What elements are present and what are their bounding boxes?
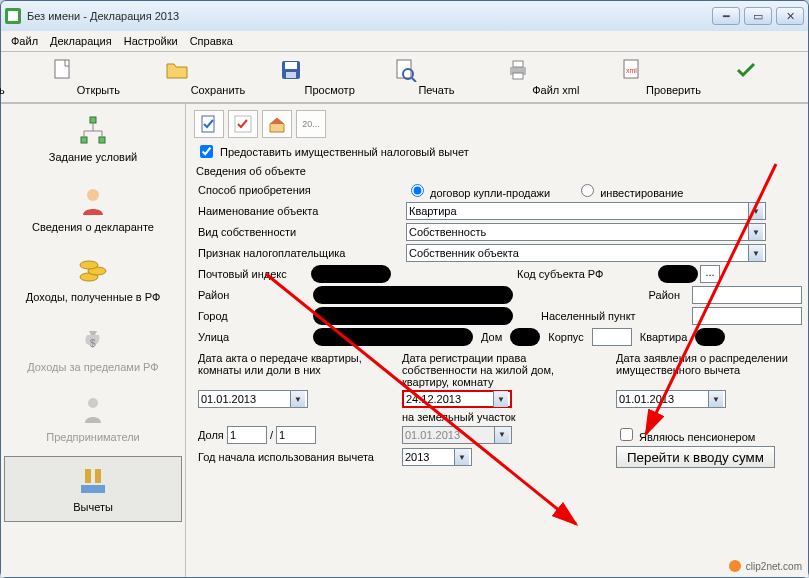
tool-check[interactable]: Проверить — [694, 56, 798, 98]
date2-field[interactable]: 24.12.2013 ▼ — [402, 390, 512, 408]
businessman-icon — [77, 395, 109, 427]
block-field[interactable] — [592, 328, 632, 346]
radio-invest-wrap[interactable]: инвестирование — [576, 181, 683, 199]
new-file-icon — [51, 58, 75, 82]
start-year-label: Год начала использования вычета — [198, 451, 388, 463]
flat-field-redacted[interactable] — [695, 328, 725, 346]
mini-toolbar: 20... — [194, 110, 802, 138]
svg-rect-24 — [202, 116, 214, 132]
goto-sums-label: Перейти к вводу сумм — [627, 450, 764, 465]
postal-field-redacted[interactable] — [311, 265, 391, 283]
watermark: clip2net.com — [728, 559, 802, 573]
radio-buy-wrap[interactable]: договор купли-продажи — [406, 181, 550, 199]
body: Задание условий Сведения о декларанте До… — [1, 103, 808, 577]
red-check-icon — [234, 115, 252, 133]
maximize-button[interactable]: ▭ — [744, 7, 772, 25]
window-controls: ━ ▭ ✕ — [712, 7, 804, 25]
window-title: Без имени - Декларация 2013 — [27, 10, 712, 22]
date3-field[interactable]: 01.01.2013 ▼ — [616, 390, 726, 408]
svg-point-17 — [87, 189, 99, 201]
land-label: на земельный участок — [402, 411, 602, 423]
object-name-value: Квартира — [409, 205, 457, 217]
share-num-field[interactable] — [227, 426, 267, 444]
mini-btn-doc[interactable] — [194, 110, 224, 138]
menu-help[interactable]: Справка — [190, 35, 233, 47]
district-field-redacted[interactable] — [313, 286, 513, 304]
svg-rect-15 — [81, 137, 87, 143]
date-land-field[interactable]: 01.01.2013 ▼ — [402, 426, 512, 444]
house-field-redacted[interactable] — [510, 328, 540, 346]
svg-rect-1 — [8, 11, 18, 21]
menu-declaration[interactable]: Декларация — [50, 35, 112, 47]
street-field-redacted[interactable] — [313, 328, 473, 346]
moneybag-icon: $ — [77, 325, 109, 357]
sidebar-item-declarant[interactable]: Сведения о декларанте — [4, 176, 182, 242]
chevron-down-icon: ▼ — [454, 449, 469, 465]
sidebar-conditions-label: Задание условий — [49, 151, 137, 163]
district-label: Район — [198, 289, 305, 301]
start-year-field[interactable]: 2013 ▼ — [402, 448, 472, 466]
open-folder-icon — [165, 58, 189, 82]
chevron-down-icon: ▼ — [748, 245, 763, 261]
district2-field[interactable] — [692, 286, 802, 304]
content-panel: 20... Предоставить имущественный налогов… — [186, 104, 808, 577]
titlebar: Без имени - Декларация 2013 ━ ▭ ✕ — [1, 1, 808, 31]
mini-btn-20[interactable]: 20... — [296, 110, 326, 138]
mini-btn-house[interactable] — [262, 110, 292, 138]
region-code-label: Код субъекта РФ — [517, 268, 652, 280]
share-slash: / — [270, 429, 273, 441]
pensioner-checkbox[interactable] — [620, 428, 633, 441]
radio-buy[interactable] — [411, 184, 424, 197]
watermark-text: clip2net.com — [746, 561, 802, 572]
sidebar-item-deductions[interactable]: Вычеты — [4, 456, 182, 522]
sidebar-item-income-abroad[interactable]: $ Доходы за пределами РФ — [4, 316, 182, 382]
clip2net-icon — [728, 559, 742, 573]
svg-point-22 — [88, 398, 98, 408]
radio-invest-label: инвестирование — [600, 187, 683, 199]
svg-rect-10 — [513, 61, 523, 67]
minimize-button[interactable]: ━ — [712, 7, 740, 25]
print-icon — [506, 58, 530, 82]
ownership-value: Собственность — [409, 226, 486, 238]
share-den-field[interactable] — [276, 426, 316, 444]
region-code-field-redacted[interactable] — [658, 265, 698, 283]
close-button[interactable]: ✕ — [776, 7, 804, 25]
svg-rect-2 — [55, 60, 69, 78]
chevron-down-icon: ▼ — [493, 391, 508, 407]
block-label: Корпус — [548, 331, 583, 343]
mini-btn-redcheck[interactable] — [228, 110, 258, 138]
sidebar-item-entrepreneurs[interactable]: Предприниматели — [4, 386, 182, 452]
acq-method-label: Способ приобретения — [198, 184, 398, 196]
menu-settings[interactable]: Настройки — [124, 35, 178, 47]
sidebar-item-income-rf[interactable]: Доходы, полученные в РФ — [4, 246, 182, 312]
menu-file[interactable]: Файл — [11, 35, 38, 47]
ownership-combo[interactable]: Собственность ▼ — [406, 223, 766, 241]
date1-value: 01.01.2013 — [201, 393, 256, 405]
sidebar-declarant-label: Сведения о декларанте — [32, 221, 154, 233]
svg-text:$: $ — [90, 338, 96, 349]
check-icon — [734, 58, 758, 82]
pensioner-wrap[interactable]: Являюсь пенсионером — [616, 431, 755, 443]
date-land-value: 01.01.2013 — [405, 429, 460, 441]
city-label: Город — [198, 310, 305, 322]
taxpayer-combo[interactable]: Собственник объекта ▼ — [406, 244, 766, 262]
app-window: Без имени - Декларация 2013 ━ ▭ ✕ Файл Д… — [0, 0, 809, 578]
xml-file-icon: xml — [620, 58, 644, 82]
taxpayer-value: Собственник объекта — [409, 247, 519, 259]
svg-point-28 — [729, 560, 741, 572]
region-lookup-button[interactable]: ... — [700, 265, 720, 283]
city-field-redacted[interactable] — [313, 307, 513, 325]
svg-rect-11 — [513, 73, 523, 79]
goto-sums-button[interactable]: Перейти к вводу сумм — [616, 446, 775, 468]
svg-rect-23 — [81, 485, 105, 493]
provide-deduction-checkbox[interactable] — [200, 145, 213, 158]
col2-label: Дата регистрации права собственности на … — [402, 352, 602, 388]
object-name-combo[interactable]: Квартира ▼ — [406, 202, 766, 220]
radio-invest[interactable] — [581, 184, 594, 197]
person-icon — [77, 185, 109, 217]
sidebar-item-conditions[interactable]: Задание условий — [4, 106, 182, 172]
chevron-down-icon: ▼ — [290, 391, 305, 407]
preview-icon — [393, 58, 417, 82]
date1-field[interactable]: 01.01.2013 ▼ — [198, 390, 308, 408]
locality-field[interactable] — [692, 307, 802, 325]
